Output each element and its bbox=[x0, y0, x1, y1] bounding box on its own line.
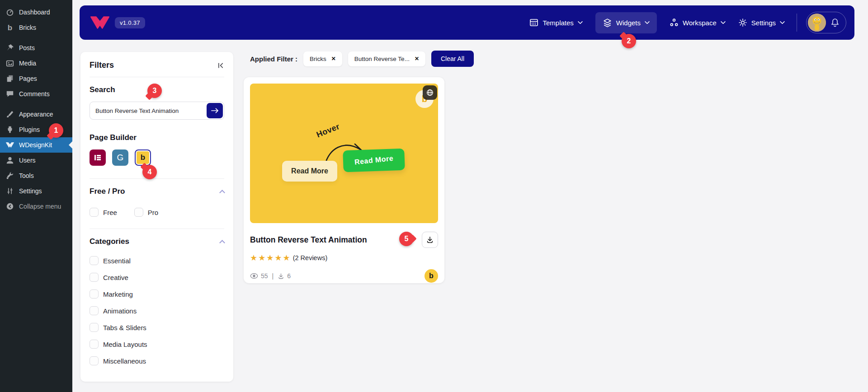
search-submit-button[interactable] bbox=[207, 103, 223, 118]
category-creative[interactable]: Creative bbox=[90, 273, 224, 282]
chevron-up-icon[interactable] bbox=[219, 190, 225, 196]
sidebar-item-label: Media bbox=[19, 60, 36, 67]
page-builder-heading: Page Builder bbox=[90, 133, 137, 142]
sidebar-item-label: Comments bbox=[19, 90, 50, 98]
workspace-icon bbox=[670, 18, 679, 27]
wdesignkit-header: v1.0.37 Templates Widgets 2 Wo bbox=[80, 5, 854, 40]
clear-all-button[interactable]: Clear All bbox=[431, 51, 474, 67]
categories-heading: Categories bbox=[90, 237, 129, 246]
settings-sliders-icon bbox=[5, 187, 14, 196]
sidebar-item-pages[interactable]: Pages bbox=[0, 71, 72, 86]
checkbox[interactable] bbox=[134, 208, 143, 217]
checkbox[interactable] bbox=[90, 323, 99, 332]
filters-title: Filters bbox=[90, 61, 114, 70]
nav-label: Templates bbox=[542, 19, 573, 27]
chevron-down-icon bbox=[578, 21, 583, 24]
sidebar-item-label: WDesignKit bbox=[19, 141, 52, 149]
sidebar-item-label: Users bbox=[19, 157, 36, 164]
chip-label: Button Reverse Te... bbox=[354, 56, 410, 62]
stat-divider: | bbox=[272, 272, 274, 280]
applied-filter-row: Applied Filter : Bricks ✕ Button Reverse… bbox=[250, 51, 474, 67]
sidebar-item-bricks[interactable]: b Bricks bbox=[0, 20, 72, 35]
templates-icon bbox=[529, 18, 538, 27]
chevron-up-icon[interactable] bbox=[219, 240, 225, 246]
checkbox[interactable] bbox=[90, 256, 99, 265]
account-area bbox=[806, 12, 846, 33]
nav-templates[interactable]: Templates bbox=[529, 18, 582, 27]
close-icon[interactable]: ✕ bbox=[415, 56, 419, 62]
bricks-brand-chip: b bbox=[425, 269, 438, 283]
checkbox[interactable] bbox=[90, 289, 99, 299]
categories-list: Essential Creative Marketing Animations … bbox=[90, 256, 224, 365]
applied-filter-label: Applied Filter : bbox=[250, 55, 297, 63]
pages-icon bbox=[5, 74, 14, 83]
nav-workspace[interactable]: Workspace bbox=[670, 18, 726, 27]
bell-icon[interactable] bbox=[830, 18, 840, 27]
nav-label: Settings bbox=[751, 19, 776, 27]
nav-label: Widgets bbox=[616, 19, 641, 27]
reviews-count: (2 Reviews) bbox=[293, 254, 328, 261]
sidebar-item-label: Dashboard bbox=[19, 9, 50, 16]
users-icon bbox=[5, 156, 14, 165]
sidebar-item-wdesignkit[interactable]: WDesignKit bbox=[0, 137, 72, 153]
category-essential[interactable]: Essential bbox=[90, 256, 224, 265]
checkbox[interactable] bbox=[90, 340, 99, 349]
nav-settings[interactable]: Settings bbox=[738, 18, 785, 27]
bricks-builder-icon-selected[interactable]: b bbox=[135, 149, 151, 166]
category-miscellaneous[interactable]: Miscellaneous bbox=[90, 356, 224, 365]
brand: v1.0.37 bbox=[90, 16, 145, 29]
widget-thumbnail[interactable]: b Hover Read More Read More bbox=[250, 84, 438, 223]
sidebar-item-tools[interactable]: Tools bbox=[0, 168, 72, 183]
sidebar-item-label: Plugins bbox=[19, 126, 40, 133]
sidebar-item-label: Pages bbox=[19, 75, 37, 82]
collapse-panel-icon[interactable] bbox=[217, 62, 224, 69]
sidebar-item-settings[interactable]: Settings bbox=[0, 183, 72, 199]
views-stat: 55 bbox=[250, 272, 268, 280]
step-marker-1: 1 bbox=[49, 123, 63, 138]
filter-chip-bricks[interactable]: Bricks ✕ bbox=[303, 51, 342, 66]
category-media-layouts[interactable]: Media Layouts bbox=[90, 340, 224, 349]
close-icon[interactable]: ✕ bbox=[331, 56, 336, 62]
sidebar-item-label: Tools bbox=[19, 172, 34, 179]
category-animations[interactable]: Animations bbox=[90, 306, 224, 315]
search-wrap: 3 bbox=[90, 102, 224, 120]
category-marketing[interactable]: Marketing bbox=[90, 289, 224, 299]
search-input[interactable] bbox=[90, 102, 224, 120]
eye-icon bbox=[250, 273, 258, 279]
download-widget-button[interactable] bbox=[422, 232, 438, 248]
free-pro-heading: Free / Pro bbox=[90, 187, 125, 196]
sidebar-item-dashboard[interactable]: Dashboard bbox=[0, 5, 72, 20]
category-tabs-sliders[interactable]: Tabs & Sliders bbox=[90, 323, 224, 332]
sidebar-item-comments[interactable]: Comments bbox=[0, 86, 72, 102]
free-checkbox[interactable]: Free bbox=[90, 208, 117, 217]
gutenberg-builder-icon[interactable]: G bbox=[112, 149, 128, 166]
comments-icon bbox=[5, 89, 14, 98]
avatar[interactable] bbox=[808, 14, 826, 32]
nav-widgets[interactable]: Widgets 2 bbox=[595, 12, 657, 33]
pro-checkbox[interactable]: Pro bbox=[134, 208, 158, 217]
filters-panel: Filters Search 3 Page Builder G b 4 Free… bbox=[80, 52, 233, 382]
sidebar-item-posts[interactable]: Posts bbox=[0, 40, 72, 56]
sidebar-item-collapse-menu[interactable]: Collapse menu bbox=[0, 199, 72, 214]
appearance-icon bbox=[5, 110, 14, 119]
elementor-builder-icon[interactable] bbox=[90, 149, 106, 166]
chevron-down-icon bbox=[780, 21, 785, 24]
widgets-layers-icon bbox=[603, 18, 612, 28]
step-marker-2: 2 bbox=[622, 34, 636, 48]
read-more-hover-button: Read More bbox=[343, 149, 405, 173]
pushpin-icon bbox=[5, 43, 14, 52]
checkbox[interactable] bbox=[90, 273, 99, 282]
tools-icon bbox=[5, 171, 14, 180]
gear-icon bbox=[738, 18, 747, 27]
sidebar-item-media[interactable]: Media bbox=[0, 56, 72, 71]
filter-chip-search-term[interactable]: Button Reverse Te... ✕ bbox=[348, 51, 425, 66]
sidebar-item-appearance[interactable]: Appearance bbox=[0, 107, 72, 122]
search-heading: Search bbox=[90, 85, 115, 94]
widget-card[interactable]: b Hover Read More Read More Button Rever… bbox=[244, 77, 444, 283]
globe-badge-icon bbox=[423, 85, 437, 100]
checkbox[interactable] bbox=[90, 306, 99, 315]
sidebar-item-users[interactable]: Users bbox=[0, 153, 72, 168]
checkbox[interactable] bbox=[90, 356, 99, 365]
checkbox[interactable] bbox=[90, 208, 99, 217]
chevron-down-icon bbox=[721, 21, 726, 24]
